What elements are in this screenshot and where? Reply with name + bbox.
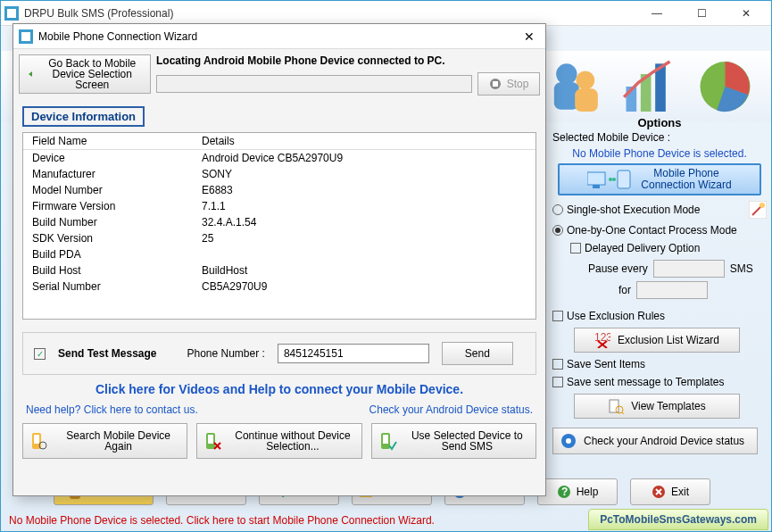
one-by-one-radio[interactable] bbox=[552, 225, 563, 236]
svg-text:123: 123 bbox=[594, 332, 610, 344]
svg-rect-19 bbox=[610, 400, 618, 412]
use-selected-button[interactable]: Use Selected Device to Send SMS bbox=[371, 423, 536, 459]
sms-label: SMS bbox=[730, 262, 753, 275]
svg-point-13 bbox=[609, 178, 612, 181]
help-button[interactable]: ?Help bbox=[537, 478, 618, 505]
svg-point-2 bbox=[556, 63, 577, 84]
help-icon: ? bbox=[557, 485, 571, 499]
svg-point-17 bbox=[760, 203, 765, 208]
options-panel: Options Selected Mobile Device : No Mobi… bbox=[552, 116, 767, 454]
table-row: Build Number32.4.A.1.54 bbox=[23, 214, 535, 230]
for-label: for bbox=[618, 284, 631, 296]
window-title: DRPU Bulk SMS (Professional) bbox=[24, 7, 643, 20]
svg-rect-10 bbox=[587, 172, 605, 185]
send-test-button[interactable]: Send bbox=[442, 342, 513, 365]
save-sent-label: Save Sent Items bbox=[567, 358, 645, 370]
exclusion-wizard-button[interactable]: 123Exclusion List Wizard bbox=[574, 328, 740, 353]
close-button[interactable]: ✕ bbox=[732, 4, 760, 22]
view-templates-button[interactable]: View Templates bbox=[574, 394, 740, 419]
exclusion-checkbox[interactable] bbox=[552, 311, 563, 321]
send-test-checkbox[interactable]: ✓ bbox=[34, 348, 46, 360]
check-android-status-link[interactable]: Check your Android Device status. bbox=[369, 403, 533, 416]
options-title: Options bbox=[552, 116, 767, 129]
svg-rect-42 bbox=[208, 435, 213, 444]
templates-icon bbox=[608, 398, 624, 414]
back-arrow-icon bbox=[23, 65, 32, 83]
branding-label: PcToMobileSmsGateways.com bbox=[588, 509, 768, 530]
phone-number-input[interactable] bbox=[278, 344, 429, 363]
svg-point-23 bbox=[566, 438, 571, 444]
phone-number-label: Phone Number : bbox=[187, 347, 264, 360]
no-device-text: No Mobile Phone Device is selected. bbox=[552, 147, 767, 160]
pause-every-dropdown[interactable] bbox=[653, 260, 725, 278]
main-titlebar: DRPU Bulk SMS (Professional) — ☐ ✕ bbox=[1, 1, 771, 26]
device-info-table: Field NameDetails DeviceAndroid Device C… bbox=[22, 132, 536, 320]
pause-every-label: Pause every bbox=[588, 262, 648, 275]
dialog-close-button[interactable]: ✕ bbox=[519, 29, 540, 44]
for-dropdown[interactable] bbox=[636, 281, 708, 299]
svg-rect-12 bbox=[618, 170, 630, 188]
dialog-titlebar: Mobile Phone Connection Wizard ✕ bbox=[13, 24, 545, 49]
single-shot-label: Single-shot Execution Mode bbox=[567, 204, 700, 216]
table-row: Build PDA bbox=[23, 246, 535, 262]
save-templates-label: Save sent message to Templates bbox=[567, 376, 725, 388]
stop-button[interactable]: Stop bbox=[477, 72, 540, 96]
go-back-button[interactable]: Go Back to Mobile Device Selection Scree… bbox=[19, 54, 151, 94]
continue-without-button[interactable]: Continue without Device Selection... bbox=[196, 423, 361, 459]
svg-rect-44 bbox=[383, 435, 388, 444]
table-row: ManufacturerSONY bbox=[23, 166, 535, 182]
exit-icon bbox=[652, 485, 666, 499]
save-sent-checkbox[interactable] bbox=[552, 359, 563, 370]
device-info-group: Device Information bbox=[22, 106, 145, 127]
maximize-button[interactable]: ☐ bbox=[687, 4, 716, 22]
svg-rect-11 bbox=[593, 185, 600, 188]
svg-rect-5 bbox=[575, 88, 598, 112]
dialog-icon bbox=[19, 29, 33, 44]
videos-help-link[interactable]: Click here for Videos and Help to connec… bbox=[13, 382, 545, 396]
svg-rect-1 bbox=[7, 9, 16, 18]
exclusion-label: Use Exclusion Rules bbox=[567, 310, 665, 322]
save-templates-checkbox[interactable] bbox=[552, 377, 563, 387]
col-details: Details bbox=[202, 135, 527, 147]
chart-icon bbox=[618, 55, 685, 118]
delayed-label: Delayed Delivery Option bbox=[585, 242, 700, 254]
stop-icon bbox=[489, 78, 502, 90]
selected-device-label: Selected Mobile Device : bbox=[552, 131, 767, 144]
devices-icon bbox=[587, 169, 632, 190]
search-again-button[interactable]: Search Mobile Device Again bbox=[22, 423, 187, 459]
table-row: DeviceAndroid Device CB5A2970U9 bbox=[23, 150, 535, 166]
phone-search-icon bbox=[29, 431, 48, 451]
minimize-button[interactable]: — bbox=[643, 4, 671, 22]
delayed-checkbox[interactable] bbox=[570, 243, 581, 254]
gear-icon bbox=[560, 433, 577, 449]
table-row: Build HostBuildHost bbox=[23, 262, 535, 278]
table-row: Model NumberE6883 bbox=[23, 182, 535, 198]
check-status-button[interactable]: Check your Android Device status bbox=[552, 428, 758, 454]
send-test-label: Send Test Message bbox=[58, 347, 156, 360]
single-shot-radio[interactable] bbox=[552, 204, 563, 215]
exit-button[interactable]: Exit bbox=[630, 478, 710, 505]
dialog-title: Mobile Phone Connection Wizard bbox=[38, 30, 519, 43]
wand-icon[interactable] bbox=[749, 201, 767, 219]
test-message-box: ✓ Send Test Message Phone Number : Send bbox=[22, 332, 536, 375]
pie-icon bbox=[692, 55, 759, 118]
table-row: Firmware Version7.1.1 bbox=[23, 198, 535, 214]
one-by-one-label: One-by-One Contact Process Mode bbox=[567, 224, 737, 237]
svg-rect-37 bbox=[493, 81, 498, 87]
phone-check-icon bbox=[378, 431, 397, 451]
col-field-name: Field Name bbox=[32, 135, 202, 147]
svg-point-14 bbox=[612, 178, 616, 181]
status-message[interactable]: No Mobile Phone Device is selected. Clic… bbox=[9, 514, 435, 527]
svg-rect-39 bbox=[34, 435, 39, 444]
need-help-link[interactable]: Need help? Click here to contact us. bbox=[26, 403, 198, 416]
svg-line-21 bbox=[622, 412, 624, 414]
svg-text:?: ? bbox=[561, 486, 568, 498]
connection-wizard-button[interactable]: Mobile PhoneConnection Wizard bbox=[558, 163, 761, 195]
table-row: SDK Version25 bbox=[23, 230, 535, 246]
connection-wizard-dialog: Mobile Phone Connection Wizard ✕ Go Back… bbox=[12, 23, 546, 496]
phone-x-icon bbox=[203, 431, 222, 451]
locating-text: Locating Android Mobile Phone Device con… bbox=[156, 54, 540, 67]
progress-bar bbox=[156, 75, 472, 93]
svg-rect-35 bbox=[21, 32, 30, 41]
exclusion-icon: 123 bbox=[594, 332, 610, 348]
